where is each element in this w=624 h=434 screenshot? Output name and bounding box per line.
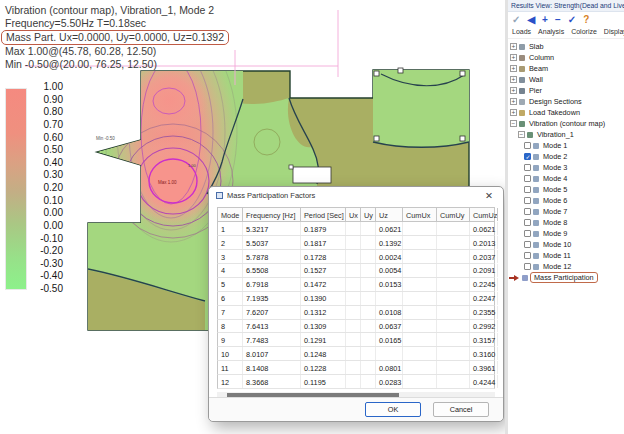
mode-checkbox[interactable]	[524, 230, 531, 237]
add-icon[interactable]: +	[542, 14, 548, 25]
table-row[interactable]: 6 7.1935 0.1390 0.2247	[217, 292, 495, 306]
tree-item[interactable]: + Wall	[508, 74, 624, 85]
cell-period: 0.1228	[301, 361, 346, 374]
mode-checkbox[interactable]	[524, 186, 531, 193]
table-row[interactable]: 5 6.7918 0.1472 0.0153 0.2245	[217, 278, 495, 292]
expander-icon[interactable]: +	[510, 87, 517, 94]
tree-item[interactable]: Mode 11	[508, 250, 624, 261]
tree-item[interactable]: + Column	[508, 52, 624, 63]
expander-icon[interactable]: +	[510, 76, 517, 83]
vibration-group-icon	[527, 132, 533, 138]
expander-icon[interactable]: −	[518, 131, 525, 138]
table-row[interactable]: 10 8.0107 0.1248 0.3160	[217, 347, 495, 361]
close-icon[interactable]: ✕	[482, 190, 496, 201]
column-icon	[519, 55, 525, 61]
table-row[interactable]: 8 7.6413 0.1309 0.0637 0.2992	[217, 320, 495, 334]
expander-icon[interactable]: +	[510, 54, 517, 61]
tree-item[interactable]: Mode 7	[508, 206, 624, 217]
col-header-frequency[interactable]: Frequency [Hz]	[243, 208, 301, 221]
col-header-cumuy[interactable]: CumUy	[437, 208, 470, 221]
table-row[interactable]: 3 5.7878 0.1728 0.0024 0.2037	[217, 250, 495, 264]
cell-cumux	[403, 236, 437, 249]
tree-item[interactable]: − Vibration_1	[508, 129, 624, 140]
col-header-cumuz[interactable]: CumUz	[470, 208, 498, 221]
mode-checkbox[interactable]	[524, 263, 531, 270]
tree-item-label: Wall	[527, 75, 545, 84]
results-tab[interactable]: Loads	[512, 28, 531, 35]
apply-check-icon[interactable]: ✓	[512, 14, 520, 25]
tree-item[interactable]: + Load Takedown	[508, 107, 624, 118]
tree-item[interactable]: + Slab	[508, 41, 624, 52]
col-header-uz[interactable]: Uz	[376, 208, 403, 221]
help-icon[interactable]: ?	[583, 14, 589, 25]
tree-item[interactable]: − Vibration (contour map)	[508, 118, 624, 129]
tree-item[interactable]: Mode 12	[508, 261, 624, 272]
expander-icon[interactable]: +	[510, 98, 517, 105]
table-horizontal-scrollbar[interactable]	[217, 392, 495, 397]
table-row[interactable]: 4 6.5508 0.1527 0.0054 0.2091	[217, 264, 495, 278]
tree-item[interactable]: Mode 8	[508, 217, 624, 228]
cell-cumuz: 0.3160	[470, 347, 498, 360]
tree-item[interactable]: Mode 6	[508, 195, 624, 206]
mode-checkbox[interactable]	[524, 175, 531, 182]
table-row[interactable]: 11 8.1408 0.1228 0.0801 0.3961	[217, 361, 495, 375]
col-header-ux[interactable]: Ux	[346, 208, 361, 221]
legend-value: 0.00	[30, 220, 63, 231]
col-header-period[interactable]: Period [Sec]	[301, 208, 346, 221]
results-tab[interactable]: Colorize	[571, 28, 597, 35]
mode-checkbox[interactable]	[524, 153, 531, 160]
dialog-table: Mode Frequency [Hz] Period [Sec] Ux Uy U…	[217, 207, 495, 389]
legend-value: 0.40	[30, 157, 63, 168]
expander-icon[interactable]: +	[510, 65, 517, 72]
cell-uy	[361, 306, 376, 319]
mode-checkbox[interactable]	[524, 219, 531, 226]
cancel-button[interactable]: Cancel	[433, 402, 489, 417]
tree-item[interactable]: Mode 2	[508, 151, 624, 162]
scrollbar-thumb[interactable]	[227, 393, 399, 397]
table-row[interactable]: 1 5.3217 0.1879 0.0621 0.0621	[217, 222, 495, 236]
tree-item[interactable]: Mode 9	[508, 228, 624, 239]
col-header-cumux[interactable]: CumUx	[403, 208, 437, 221]
tree-item[interactable]: Mode 4	[508, 173, 624, 184]
expander-icon[interactable]: +	[510, 43, 517, 50]
results-tabs: Loads Analysis Colorize Display	[508, 26, 624, 39]
tree-item[interactable]: Mode 1	[508, 140, 624, 151]
results-tab[interactable]: Analysis	[538, 28, 564, 35]
cell-mode: 9	[218, 333, 243, 346]
tree-item[interactable]: Mode 5	[508, 184, 624, 195]
cell-period: 0.1312	[301, 306, 346, 319]
table-row[interactable]: 2 5.5037 0.1817 0.1392 0.2013	[217, 236, 495, 250]
tree-item[interactable]: + Pier	[508, 85, 624, 96]
tree-item[interactable]: + Beam	[508, 63, 624, 74]
tree-item[interactable]: Mode 10	[508, 239, 624, 250]
legend-value: -0.40	[30, 270, 63, 281]
table-row[interactable]: 9 7.7483 0.1291 0.0165 0.3157	[217, 333, 495, 347]
table-row[interactable]: 7 7.6207 0.1312 0.0108 0.2355	[217, 306, 495, 320]
tree-item[interactable]: Mode 3	[508, 162, 624, 173]
back-arrow-icon[interactable]: ◀	[527, 14, 535, 25]
mode-checkbox[interactable]	[524, 252, 531, 259]
cell-frequency: 5.7878	[243, 250, 301, 263]
cell-cumux	[403, 250, 437, 263]
dialog-titlebar[interactable]: Mass Participation Factors ✕	[209, 187, 503, 203]
mode-checkbox[interactable]	[524, 142, 531, 149]
tree-item[interactable]: Mass Participation	[508, 272, 624, 283]
validate-icon[interactable]: ✓	[568, 14, 576, 25]
tree-item[interactable]: + Design Sections	[508, 96, 624, 107]
tree-item-label: Mode 8	[541, 218, 569, 227]
mode-checkbox[interactable]	[524, 164, 531, 171]
legend-value: 0.90	[30, 94, 63, 105]
table-row[interactable]: 12 8.3668 0.1195 0.0283 0.4244	[217, 375, 495, 389]
mode-checkbox[interactable]	[524, 197, 531, 204]
mode-checkbox[interactable]	[524, 208, 531, 215]
results-tab[interactable]: Display	[604, 28, 624, 35]
remove-icon[interactable]: −	[555, 14, 561, 25]
expander-icon[interactable]: +	[510, 109, 517, 116]
col-header-mode[interactable]: Mode	[218, 208, 243, 221]
col-header-uy[interactable]: Uy	[361, 208, 376, 221]
mode-checkbox[interactable]	[524, 241, 531, 248]
ok-button[interactable]: OK	[365, 402, 421, 417]
expander-icon[interactable]: −	[510, 120, 517, 127]
legend-value: -0.50	[30, 283, 63, 294]
cell-mode: 10	[218, 347, 243, 360]
